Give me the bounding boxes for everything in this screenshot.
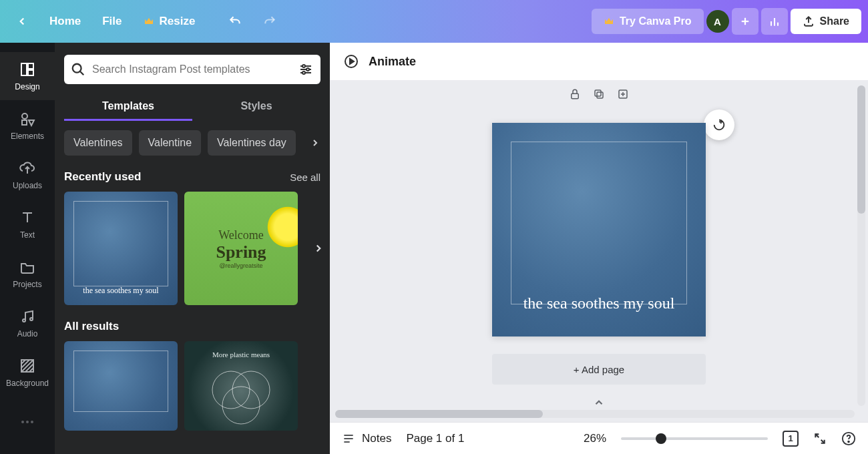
rail-elements[interactable]: Elements (0, 101, 55, 150)
svg-point-8 (22, 114, 27, 119)
zoom-value[interactable]: 26% (584, 432, 606, 445)
page-toolbar (569, 88, 629, 100)
rail-elements-label: Elements (11, 132, 44, 141)
lock-icon (569, 88, 581, 100)
page-count-badge[interactable]: 1 (783, 431, 799, 447)
share-button[interactable]: Share (791, 9, 861, 34)
svg-point-25 (73, 64, 81, 73)
svg-point-30 (306, 68, 309, 71)
top-bar: Home File Resize Try Canva Pro A Share (0, 0, 868, 43)
search-input[interactable] (92, 63, 291, 75)
cloud-upload-icon (19, 160, 36, 177)
chip-valentines[interactable]: Valentines (64, 130, 132, 156)
svg-point-14 (23, 319, 25, 322)
template-thumb-sea[interactable]: the sea soothes my soul (64, 192, 178, 305)
footer-bar: Notes Page 1 of 1 26% 1 (330, 422, 868, 454)
row-scroll-right[interactable] (312, 242, 324, 254)
scrollbar-thumb[interactable] (857, 85, 865, 214)
thumb-line: Welcome (218, 228, 264, 242)
template-thumb-plastic[interactable]: More plastic means (184, 341, 298, 431)
filter-icon[interactable] (298, 61, 314, 77)
notes-button[interactable]: Notes (342, 432, 391, 445)
search-bar[interactable] (64, 55, 320, 84)
tab-templates[interactable]: Templates (64, 93, 192, 121)
template-thumb-sea-2[interactable] (64, 341, 178, 431)
chip-valentine[interactable]: Valentine (139, 130, 202, 156)
vertical-scrollbar[interactable] (857, 85, 865, 406)
add-button[interactable] (732, 8, 758, 35)
chevron-up-icon (593, 397, 605, 409)
thumb-frame (73, 351, 168, 412)
rail-text-label: Text (20, 230, 35, 240)
horizontal-scrollbar[interactable] (335, 410, 855, 418)
redo-button[interactable] (254, 9, 286, 33)
page-indicator: Page 1 of 1 (406, 432, 464, 445)
thumb-caption: the sea soothes my soul (64, 286, 178, 296)
rail-design[interactable]: Design (0, 52, 55, 100)
thumb-frame (73, 201, 168, 286)
template-thumb-spring[interactable]: Welcome Spring @reallygreatsite (184, 192, 298, 305)
chips-scroll-right[interactable] (310, 138, 320, 148)
undo-button[interactable] (219, 9, 251, 33)
zoom-slider[interactable] (621, 437, 768, 440)
animate-icon[interactable] (343, 53, 359, 69)
templates-panel: Templates Styles Valentines Valentine Va… (55, 43, 330, 454)
thumb-line: @reallygreatsite (219, 262, 262, 269)
chevron-right-icon (312, 242, 324, 254)
plus-icon (739, 15, 751, 27)
home-button[interactable]: Home (40, 9, 90, 33)
lock-page-button[interactable] (569, 88, 581, 100)
canvas-page[interactable]: the sea soothes my soul (492, 123, 706, 336)
grid-icon (19, 61, 36, 78)
canvas-area[interactable]: the sea soothes my soul + Add page (330, 80, 868, 422)
panel-tabs: Templates Styles (64, 93, 320, 121)
rail-uploads[interactable]: Uploads (0, 151, 55, 199)
rail-projects[interactable]: Projects (0, 250, 55, 298)
editor-toolbar: Animate (330, 43, 868, 80)
svg-line-20 (25, 364, 33, 372)
redo-icon (263, 15, 276, 28)
see-all-link[interactable]: See all (290, 172, 320, 183)
venn-icon (204, 367, 278, 427)
svg-point-22 (21, 421, 24, 423)
tab-styles[interactable]: Styles (192, 93, 320, 121)
chip-valentines-day[interactable]: Valentines day (208, 130, 296, 156)
add-page-button[interactable]: + Add page (492, 354, 706, 385)
rail-more[interactable] (0, 398, 55, 446)
notes-label: Notes (362, 432, 391, 445)
dots-icon (19, 413, 36, 431)
undo-icon (228, 15, 242, 28)
magic-button[interactable] (704, 109, 734, 140)
music-icon (19, 308, 36, 325)
try-pro-button[interactable]: Try Canva Pro (592, 9, 704, 34)
thumb-line: Spring (216, 242, 266, 262)
canvas-frame (511, 142, 687, 304)
scrollbar-thumb[interactable] (335, 410, 543, 418)
chevron-right-icon (310, 138, 320, 148)
canvas-text[interactable]: the sea soothes my soul (492, 294, 706, 312)
avatar[interactable]: A (706, 10, 729, 33)
back-button[interactable] (7, 10, 37, 33)
thumb-caption: More plastic means (184, 351, 298, 359)
animate-button[interactable]: Animate (369, 55, 416, 69)
fullscreen-button[interactable] (813, 432, 827, 445)
file-menu[interactable]: File (93, 9, 131, 33)
rail-text[interactable]: Text (0, 200, 55, 248)
crown-icon (604, 16, 614, 27)
add-page-icon-button[interactable] (617, 88, 629, 100)
pages-drawer-toggle[interactable] (593, 397, 605, 409)
duplicate-page-button[interactable] (593, 88, 605, 100)
rail-background[interactable]: Background (0, 349, 55, 397)
expand-icon (813, 432, 827, 445)
svg-rect-7 (28, 70, 33, 75)
svg-rect-40 (595, 90, 601, 96)
rail-audio[interactable]: Audio (0, 299, 55, 347)
copy-icon (593, 88, 605, 100)
slider-knob[interactable] (656, 433, 666, 444)
resize-button[interactable]: Resize (134, 9, 205, 33)
insights-button[interactable] (761, 8, 788, 35)
svg-rect-39 (597, 92, 603, 98)
svg-marker-9 (29, 120, 34, 126)
left-rail: Design Elements Uploads Text Projects Au… (0, 43, 55, 454)
help-button[interactable] (841, 431, 856, 446)
